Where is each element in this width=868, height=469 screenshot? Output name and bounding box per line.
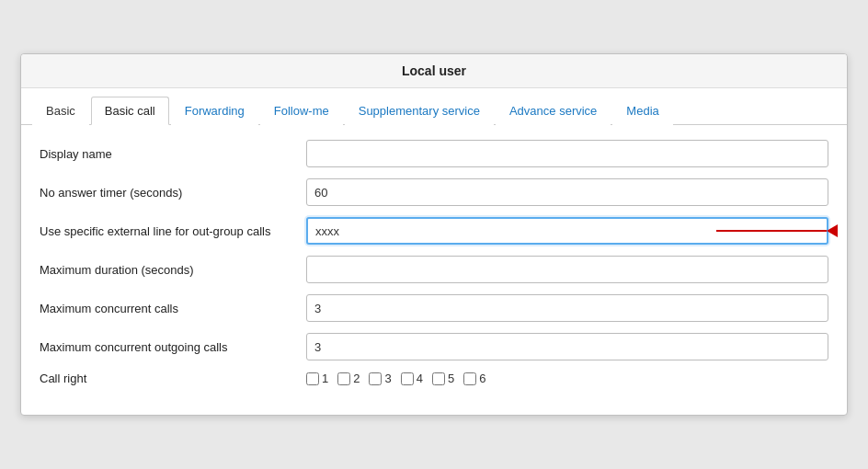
display-name-label: Display name bbox=[40, 147, 306, 161]
max-concurrent-row: Maximum concurrent calls bbox=[40, 294, 828, 322]
call-right-item-6: 6 bbox=[463, 372, 485, 385]
call-right-label-6: 6 bbox=[479, 372, 485, 385]
max-concurrent-outgoing-input[interactable] bbox=[306, 333, 828, 360]
external-line-label: Use specific external line for out-group… bbox=[40, 224, 306, 238]
no-answer-timer-label: No answer timer (seconds) bbox=[40, 186, 306, 200]
call-right-checkboxes: 1 2 3 4 5 bbox=[306, 372, 485, 385]
tab-basic[interactable]: Basic bbox=[32, 97, 89, 125]
call-right-label-4: 4 bbox=[417, 372, 423, 385]
tab-basic-call[interactable]: Basic call bbox=[91, 97, 169, 125]
call-right-item-2: 2 bbox=[337, 372, 360, 385]
tab-supplementary-service[interactable]: Supplementary service bbox=[345, 97, 494, 125]
call-right-checkbox-2[interactable] bbox=[337, 372, 350, 385]
call-right-checkbox-5[interactable] bbox=[432, 372, 445, 385]
call-right-checkbox-6[interactable] bbox=[463, 372, 476, 385]
max-duration-label: Maximum duration (seconds) bbox=[40, 263, 306, 277]
call-right-row: Call right 1 2 3 4 bbox=[40, 372, 828, 385]
max-duration-input[interactable] bbox=[306, 256, 828, 283]
tab-follow-me[interactable]: Follow-me bbox=[260, 97, 343, 125]
display-name-row: Display name bbox=[40, 140, 828, 167]
external-line-row: Use specific external line for out-group… bbox=[40, 217, 828, 245]
tab-forwarding[interactable]: Forwarding bbox=[171, 97, 258, 125]
no-answer-timer-row: No answer timer (seconds) bbox=[40, 178, 828, 206]
call-right-label-1: 1 bbox=[322, 372, 328, 385]
max-concurrent-label: Maximum concurrent calls bbox=[40, 302, 306, 315]
max-concurrent-outgoing-label: Maximum concurrent outgoing calls bbox=[40, 340, 306, 354]
call-right-item-3: 3 bbox=[369, 372, 391, 385]
call-right-label: Call right bbox=[40, 372, 306, 385]
main-window: Local user Basic Basic call Forwarding F… bbox=[20, 53, 848, 416]
max-duration-row: Maximum duration (seconds) bbox=[40, 256, 828, 283]
no-answer-timer-input[interactable] bbox=[306, 178, 828, 206]
form-content: Display name No answer timer (seconds) U… bbox=[21, 125, 847, 415]
call-right-item-4: 4 bbox=[401, 372, 423, 385]
tab-bar: Basic Basic call Forwarding Follow-me Su… bbox=[21, 88, 847, 125]
call-right-checkbox-4[interactable] bbox=[401, 372, 414, 385]
display-name-input[interactable] bbox=[306, 140, 828, 167]
call-right-label-5: 5 bbox=[448, 372, 454, 385]
tab-media[interactable]: Media bbox=[612, 97, 672, 125]
window-title: Local user bbox=[21, 54, 847, 88]
external-line-arrow-container: MYVOIPAPP bbox=[306, 217, 828, 245]
call-right-item-5: 5 bbox=[432, 372, 454, 385]
call-right-checkbox-1[interactable] bbox=[306, 372, 319, 385]
call-right-checkbox-3[interactable] bbox=[369, 372, 382, 385]
external-line-input[interactable] bbox=[306, 217, 828, 245]
call-right-label-3: 3 bbox=[384, 372, 391, 385]
max-concurrent-input[interactable] bbox=[306, 294, 828, 322]
call-right-item-1: 1 bbox=[306, 372, 328, 385]
tab-advance-service[interactable]: Advance service bbox=[496, 97, 611, 125]
call-right-label-2: 2 bbox=[353, 372, 360, 385]
max-concurrent-outgoing-row: Maximum concurrent outgoing calls bbox=[40, 333, 828, 360]
